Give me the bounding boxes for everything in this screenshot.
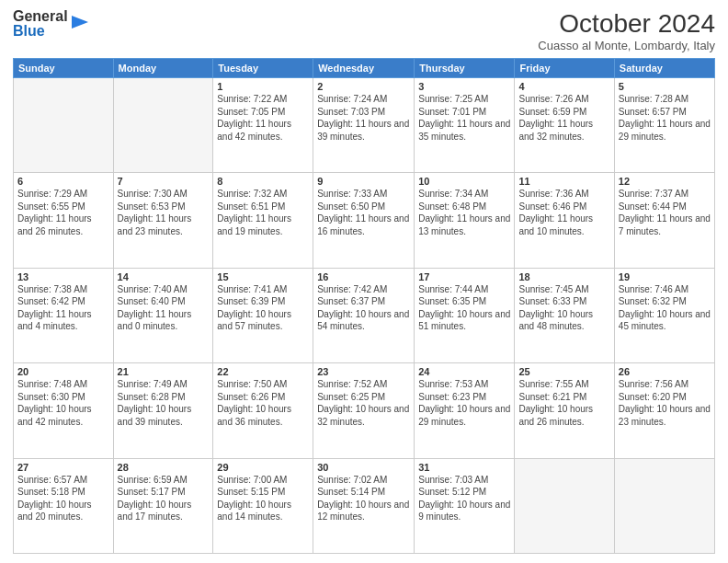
day-info: Sunrise: 7:40 AMSunset: 6:40 PMDaylight:…: [118, 283, 210, 333]
day-info: Sunrise: 7:50 AMSunset: 6:26 PMDaylight:…: [217, 378, 309, 428]
day-number: 28: [118, 462, 210, 473]
calendar-cell: 12Sunrise: 7:37 AMSunset: 6:44 PMDayligh…: [614, 173, 714, 268]
day-info: Sunrise: 7:37 AMSunset: 6:44 PMDaylight:…: [619, 188, 711, 237]
day-info: Sunrise: 7:32 AMSunset: 6:51 PMDaylight:…: [217, 188, 309, 237]
day-number: 14: [118, 271, 210, 282]
calendar-cell: 11Sunrise: 7:36 AMSunset: 6:46 PMDayligh…: [515, 173, 614, 268]
logo-word: General Blue: [13, 9, 68, 39]
calendar-cell: 25Sunrise: 7:55 AMSunset: 6:21 PMDayligh…: [515, 363, 614, 458]
day-number: 2: [317, 81, 410, 92]
calendar-cell: [14, 78, 114, 173]
day-number: 20: [17, 366, 109, 377]
calendar-week-row: 27Sunrise: 6:57 AMSunset: 5:18 PMDayligh…: [14, 458, 715, 553]
day-number: 19: [619, 271, 711, 282]
day-number: 25: [518, 366, 609, 377]
calendar-day-header: Monday: [113, 59, 213, 78]
day-info: Sunrise: 7:49 AMSunset: 6:28 PMDaylight:…: [118, 378, 210, 428]
calendar-cell: 10Sunrise: 7:34 AMSunset: 6:48 PMDayligh…: [415, 173, 515, 268]
logo-general: General: [13, 9, 68, 24]
day-info: Sunrise: 6:59 AMSunset: 5:17 PMDaylight:…: [118, 474, 210, 523]
page: General Blue October 2024 Cuasso al Mont…: [0, 0, 728, 563]
day-info: Sunrise: 7:03 AMSunset: 5:12 PMDaylight:…: [418, 474, 510, 523]
calendar-cell: [113, 78, 213, 173]
calendar-cell: 18Sunrise: 7:45 AMSunset: 6:33 PMDayligh…: [515, 268, 614, 362]
calendar-day-header: Tuesday: [213, 59, 313, 78]
calendar-cell: 2Sunrise: 7:24 AMSunset: 7:03 PMDaylight…: [313, 78, 415, 173]
calendar-table: SundayMondayTuesdayWednesdayThursdayFrid…: [13, 58, 715, 554]
day-info: Sunrise: 7:36 AMSunset: 6:46 PMDaylight:…: [518, 188, 609, 237]
calendar-cell: 20Sunrise: 7:48 AMSunset: 6:30 PMDayligh…: [14, 363, 114, 458]
calendar-cell: 30Sunrise: 7:02 AMSunset: 5:14 PMDayligh…: [313, 458, 415, 553]
day-number: 22: [217, 366, 309, 377]
calendar-cell: 7Sunrise: 7:30 AMSunset: 6:53 PMDaylight…: [113, 173, 213, 268]
calendar-week-row: 1Sunrise: 7:22 AMSunset: 7:05 PMDaylight…: [14, 78, 715, 173]
day-number: 4: [518, 81, 609, 92]
day-info: Sunrise: 7:46 AMSunset: 6:32 PMDaylight:…: [619, 283, 711, 333]
day-number: 29: [217, 462, 309, 473]
day-number: 31: [418, 462, 510, 473]
calendar-week-row: 20Sunrise: 7:48 AMSunset: 6:30 PMDayligh…: [14, 363, 715, 458]
day-info: Sunrise: 7:33 AMSunset: 6:50 PMDaylight:…: [317, 188, 410, 237]
day-info: Sunrise: 7:52 AMSunset: 6:25 PMDaylight:…: [317, 378, 410, 428]
day-number: 9: [317, 176, 410, 187]
calendar-cell: 5Sunrise: 7:28 AMSunset: 6:57 PMDaylight…: [614, 78, 714, 173]
day-number: 5: [619, 81, 711, 92]
day-number: 18: [518, 271, 609, 282]
calendar-week-row: 6Sunrise: 7:29 AMSunset: 6:55 PMDaylight…: [14, 173, 715, 268]
calendar-cell: 8Sunrise: 7:32 AMSunset: 6:51 PMDaylight…: [213, 173, 313, 268]
day-info: Sunrise: 7:45 AMSunset: 6:33 PMDaylight:…: [518, 283, 609, 333]
day-info: Sunrise: 7:53 AMSunset: 6:23 PMDaylight:…: [418, 378, 510, 428]
calendar-cell: 16Sunrise: 7:42 AMSunset: 6:37 PMDayligh…: [313, 268, 415, 362]
calendar-cell: 29Sunrise: 7:00 AMSunset: 5:15 PMDayligh…: [213, 458, 313, 553]
day-number: 6: [17, 176, 109, 187]
calendar-day-header: Friday: [515, 59, 614, 78]
day-number: 30: [317, 462, 410, 473]
location: Cuasso al Monte, Lombardy, Italy: [538, 39, 715, 52]
day-number: 3: [418, 81, 510, 92]
day-number: 8: [217, 176, 309, 187]
day-number: 17: [418, 271, 510, 282]
day-number: 16: [317, 271, 410, 282]
header: General Blue October 2024 Cuasso al Mont…: [13, 9, 715, 52]
calendar-cell: 9Sunrise: 7:33 AMSunset: 6:50 PMDaylight…: [313, 173, 415, 268]
calendar-cell: 21Sunrise: 7:49 AMSunset: 6:28 PMDayligh…: [113, 363, 213, 458]
day-info: Sunrise: 7:38 AMSunset: 6:42 PMDaylight:…: [17, 283, 109, 333]
calendar-cell: 28Sunrise: 6:59 AMSunset: 5:17 PMDayligh…: [113, 458, 213, 553]
calendar-cell: [614, 458, 714, 553]
day-number: 21: [118, 366, 210, 377]
calendar-cell: 13Sunrise: 7:38 AMSunset: 6:42 PMDayligh…: [14, 268, 114, 362]
day-info: Sunrise: 7:25 AMSunset: 7:01 PMDaylight:…: [418, 93, 510, 143]
logo-arrow-icon: [70, 12, 90, 32]
day-info: Sunrise: 7:30 AMSunset: 6:53 PMDaylight:…: [118, 188, 210, 237]
calendar-week-row: 13Sunrise: 7:38 AMSunset: 6:42 PMDayligh…: [14, 268, 715, 362]
day-info: Sunrise: 7:34 AMSunset: 6:48 PMDaylight:…: [418, 188, 510, 237]
day-number: 15: [217, 271, 309, 282]
day-info: Sunrise: 7:22 AMSunset: 7:05 PMDaylight:…: [217, 93, 309, 143]
day-info: Sunrise: 7:55 AMSunset: 6:21 PMDaylight:…: [518, 378, 609, 428]
day-info: Sunrise: 6:57 AMSunset: 5:18 PMDaylight:…: [17, 474, 109, 523]
calendar-cell: 27Sunrise: 6:57 AMSunset: 5:18 PMDayligh…: [14, 458, 114, 553]
day-info: Sunrise: 7:44 AMSunset: 6:35 PMDaylight:…: [418, 283, 510, 333]
logo-blue: Blue: [13, 24, 68, 39]
calendar-day-header: Thursday: [415, 59, 515, 78]
day-info: Sunrise: 7:26 AMSunset: 6:59 PMDaylight:…: [518, 93, 609, 143]
calendar-cell: 17Sunrise: 7:44 AMSunset: 6:35 PMDayligh…: [415, 268, 515, 362]
calendar-cell: 3Sunrise: 7:25 AMSunset: 7:01 PMDaylight…: [415, 78, 515, 173]
day-info: Sunrise: 7:48 AMSunset: 6:30 PMDaylight:…: [17, 378, 109, 428]
calendar-cell: 26Sunrise: 7:56 AMSunset: 6:20 PMDayligh…: [614, 363, 714, 458]
day-number: 26: [619, 366, 711, 377]
calendar-header-row: SundayMondayTuesdayWednesdayThursdayFrid…: [14, 59, 715, 78]
calendar-cell: 24Sunrise: 7:53 AMSunset: 6:23 PMDayligh…: [415, 363, 515, 458]
title-section: October 2024 Cuasso al Monte, Lombardy, …: [538, 9, 715, 52]
calendar-cell: 19Sunrise: 7:46 AMSunset: 6:32 PMDayligh…: [614, 268, 714, 362]
calendar-cell: [515, 458, 614, 553]
calendar-day-header: Wednesday: [313, 59, 415, 78]
day-info: Sunrise: 7:42 AMSunset: 6:37 PMDaylight:…: [317, 283, 410, 333]
calendar-cell: 4Sunrise: 7:26 AMSunset: 6:59 PMDaylight…: [515, 78, 614, 173]
calendar-cell: 22Sunrise: 7:50 AMSunset: 6:26 PMDayligh…: [213, 363, 313, 458]
day-info: Sunrise: 7:56 AMSunset: 6:20 PMDaylight:…: [619, 378, 711, 428]
calendar-cell: 6Sunrise: 7:29 AMSunset: 6:55 PMDaylight…: [14, 173, 114, 268]
day-info: Sunrise: 7:24 AMSunset: 7:03 PMDaylight:…: [317, 93, 410, 143]
calendar-cell: 23Sunrise: 7:52 AMSunset: 6:25 PMDayligh…: [313, 363, 415, 458]
day-number: 11: [518, 176, 609, 187]
